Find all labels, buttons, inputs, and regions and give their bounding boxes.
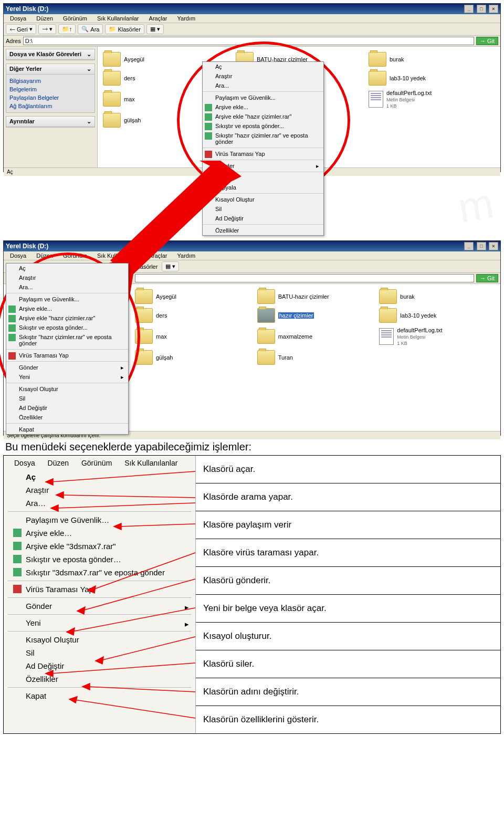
explain-menu-item[interactable]: Kapat <box>4 689 195 702</box>
close-button[interactable]: × <box>489 242 498 250</box>
back-button[interactable]: 🡐 Geri ▾ <box>6 24 36 34</box>
go-button[interactable]: → Git <box>476 274 498 282</box>
minimize-button[interactable]: _ <box>464 5 474 13</box>
place-item[interactable]: Belgelerim <box>9 85 91 93</box>
folders-button[interactable]: 📁 Klasörler <box>105 24 144 34</box>
minimize-button[interactable]: _ <box>464 242 474 250</box>
menu-gorunum[interactable]: Görünüm <box>59 14 91 23</box>
menu-gorunum[interactable]: Görünüm <box>76 458 117 468</box>
context-menu-item[interactable]: Araştır <box>203 71 323 81</box>
panel-tasks-header[interactable]: Dosya ve Klasör Görevleri⌄ <box>6 49 94 60</box>
menu-gorunum[interactable]: Görünüm <box>59 251 91 260</box>
folder-item[interactable]: BATU-hazır çizimler <box>256 288 374 305</box>
explain-menu-item[interactable]: Gönder▸ <box>4 599 195 613</box>
context-menu-item[interactable]: Kes <box>203 173 323 183</box>
explain-menu-item[interactable]: Ara… <box>4 497 195 510</box>
context-menu-item[interactable]: Yeni▸ <box>6 372 128 382</box>
context-menu-item[interactable]: Sil <box>203 204 323 214</box>
context-menu-item[interactable]: Gönder▸ <box>203 161 323 171</box>
maximize-button[interactable]: □ <box>477 5 486 13</box>
context-menu-item[interactable]: Sıkıştır ve eposta gönder... <box>6 323 128 332</box>
views-button[interactable]: ▦ ▾ <box>162 261 179 271</box>
context-menu-item[interactable]: Özellikler <box>203 226 323 235</box>
menu-sik[interactable]: Sık Kullanılanlar <box>93 251 143 260</box>
context-menu-item[interactable]: Kısayol Oluştur <box>203 195 323 204</box>
folder-item[interactable]: max <box>134 326 252 347</box>
context-menu-item[interactable]: Arşive ekle "hazır çizimler.rar" <box>6 313 128 323</box>
folder-item[interactable]: gülşah <box>134 349 252 366</box>
forward-button[interactable]: 🡒 ▾ <box>38 24 56 34</box>
folder-item[interactable]: burak <box>378 288 496 305</box>
menu-yardim[interactable]: Yardım <box>173 251 200 260</box>
panel-details-header[interactable]: Ayrıntılar⌄ <box>6 117 94 127</box>
explain-menu-item[interactable]: Sıkıştır ve eposta gönder… <box>4 553 195 566</box>
explain-menu-item[interactable]: Ad Değiştir <box>4 659 195 672</box>
context-menu-item[interactable]: Özellikler <box>6 413 128 422</box>
place-item[interactable]: Bilgisayarım <box>9 77 91 85</box>
folder-item[interactable]: burak <box>368 51 496 68</box>
folder-item[interactable]: maxmalzeme <box>256 326 374 347</box>
menu-sik[interactable]: Sık Kullanılanlar <box>93 14 143 23</box>
menu-duzen[interactable]: Düzen <box>32 14 57 23</box>
context-menu-item[interactable]: Arşive ekle... <box>203 102 323 112</box>
explain-menu-item[interactable]: Virüs Taraması Yap <box>4 583 195 596</box>
context-menu-item[interactable]: Araştır <box>6 273 128 282</box>
context-menu-item[interactable]: Aç <box>6 264 128 273</box>
views-button[interactable]: ▦ ▾ <box>146 24 164 34</box>
panel-places-header[interactable]: Diğer Yerler⌄ <box>6 64 94 75</box>
explain-menu-item[interactable]: Arşive ekle… <box>4 527 195 540</box>
menu-duzen[interactable]: Düzen <box>43 458 74 468</box>
context-menu-item[interactable]: Aç <box>203 62 323 71</box>
context-menu-item[interactable]: Sıkıştır ve eposta gönder... <box>203 121 323 131</box>
context-menu-item[interactable]: Paylaşım ve Güvenlik... <box>6 294 128 304</box>
context-menu-item[interactable]: Virüs Taraması Yap <box>6 351 128 360</box>
place-item[interactable]: Ağ Bağlantılarım <box>9 102 91 110</box>
context-menu-item[interactable]: Paylaşım ve Güvenlik... <box>203 93 323 102</box>
file-item[interactable]: defaultPerfLog.txtMetin Belgesi1 KB <box>368 89 496 110</box>
explain-menu-item[interactable]: Araştır <box>4 483 195 497</box>
context-menu-item[interactable]: Sıkıştır "hazır çizimler.rar" ve eposta … <box>203 131 323 146</box>
context-menu-item[interactable]: Kapat <box>6 425 128 434</box>
explain-menu-item[interactable]: Sıkıştır "3dsmax7.rar" ve eposta gönder <box>4 566 195 579</box>
folder-item[interactable]: Turan <box>256 349 374 366</box>
address-input[interactable] <box>135 274 474 282</box>
explain-menu-item[interactable]: Arşive ekle "3dsmax7.rar" <box>4 540 195 553</box>
context-menu-item[interactable]: Arşive ekle... <box>6 304 128 313</box>
menu-dosya[interactable]: Dosya <box>9 458 40 468</box>
context-menu-item[interactable]: Sil <box>6 394 128 403</box>
folder-item-selected[interactable]: hazır çizimler <box>256 307 374 324</box>
folder-item[interactable]: ders <box>134 307 252 324</box>
context-menu-item[interactable]: Gönder▸ <box>6 363 128 372</box>
close-button[interactable]: × <box>489 5 498 13</box>
search-button[interactable]: 🔍 Ara <box>78 24 103 34</box>
go-button[interactable]: → Git <box>476 37 498 45</box>
context-menu-item[interactable]: Ara... <box>6 282 128 292</box>
folder-item[interactable]: Ayşegül <box>134 288 252 305</box>
explain-menu-item[interactable]: Kısayol Oluştur <box>4 633 195 646</box>
context-menu-item[interactable]: Ad Değiştir <box>6 403 128 413</box>
context-menu-item[interactable]: Kısayol Oluştur <box>6 384 128 394</box>
menu-yardim[interactable]: Yardım <box>173 14 200 23</box>
menu-araclar[interactable]: Araçlar <box>145 251 172 260</box>
explain-menu-item[interactable]: Paylaşım ve Güvenlik… <box>4 513 195 527</box>
file-item[interactable]: defaultPerfLog.txtMetin Belgesi1 KB <box>378 326 496 347</box>
address-input[interactable] <box>23 37 474 45</box>
folder-item[interactable]: lab3-10 yedek <box>378 307 496 324</box>
place-item[interactable]: Paylaşılan Belgeler <box>9 93 91 102</box>
context-menu-item[interactable]: Sıkıştır "hazır çizimler.rar" ve eposta … <box>6 332 128 348</box>
context-menu-item[interactable]: Virüs Taraması Yap <box>203 149 323 159</box>
explain-menu-item[interactable]: Yeni▸ <box>4 616 195 629</box>
explain-menu-item[interactable]: Özellikler <box>4 672 195 686</box>
context-menu-item[interactable]: Ara... <box>203 81 323 90</box>
menu-dosya[interactable]: Dosya <box>6 251 30 260</box>
maximize-button[interactable]: □ <box>477 242 486 250</box>
menu-duzen[interactable]: Düzen <box>32 251 57 260</box>
menu-araclar[interactable]: Araçlar <box>145 14 172 23</box>
context-menu-item[interactable]: Arşive ekle "hazır çizimler.rar" <box>203 112 323 121</box>
explain-menu-item[interactable]: Sil <box>4 646 195 659</box>
up-button[interactable]: 📁↑ <box>58 24 76 34</box>
context-menu-item[interactable]: Ad Değiştir <box>203 214 323 223</box>
menu-dosya[interactable]: Dosya <box>6 14 30 23</box>
context-menu-item[interactable]: Kopyala <box>203 183 323 192</box>
folder-item[interactable]: lab3-10 yedek <box>368 70 496 87</box>
